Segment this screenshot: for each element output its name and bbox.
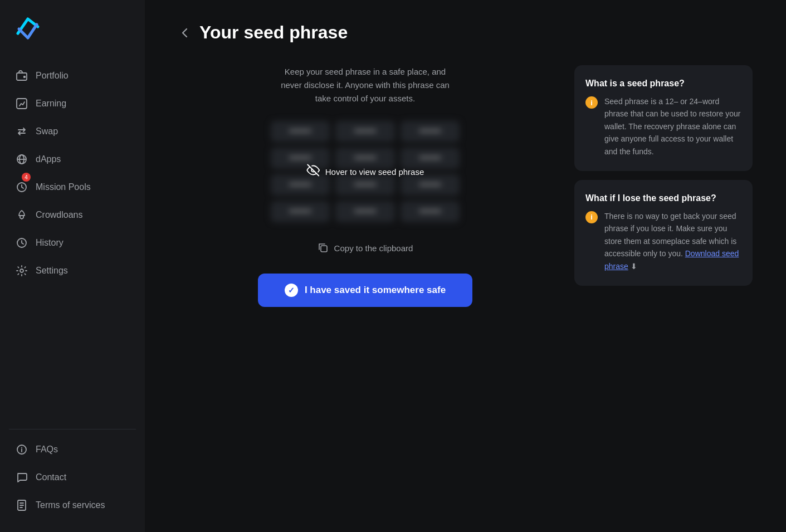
back-button[interactable] xyxy=(178,26,192,40)
confirm-label: I have saved it somewhere safe xyxy=(305,285,446,296)
copy-label: Copy to the clipboard xyxy=(334,243,413,253)
left-panel: Keep your seed phrase in a safe place, a… xyxy=(178,65,552,307)
earning-icon xyxy=(16,97,28,110)
sidebar-item-settings-label: Settings xyxy=(36,266,68,276)
copy-clipboard-button[interactable]: Copy to the clipboard xyxy=(309,238,422,258)
sidebar-item-history[interactable]: History xyxy=(7,230,138,256)
sidebar-item-mission-label: Mission Pools xyxy=(36,182,91,192)
sidebar-item-terms[interactable]: Terms of services xyxy=(7,492,138,519)
info-card-what-is-title: What is a seed phrase? xyxy=(585,79,741,89)
info-card-lose-title: What if I lose the seed phrase? xyxy=(585,193,741,203)
hover-label: Hover to view seed phrase xyxy=(325,167,424,177)
app-logo-icon xyxy=(13,13,42,42)
svg-point-10 xyxy=(21,447,22,448)
sidebar-item-terms-label: Terms of services xyxy=(36,500,105,510)
mission-icon: 4 xyxy=(16,181,28,193)
seed-word-3: •••••••• xyxy=(401,121,460,142)
page-header: Your seed phrase xyxy=(178,22,753,43)
sidebar-item-swap-label: Swap xyxy=(36,126,58,136)
svg-point-8 xyxy=(20,269,23,272)
chat-icon xyxy=(16,471,28,484)
globe-icon xyxy=(16,153,28,165)
mission-badge: 4 xyxy=(22,173,31,182)
sidebar-item-faqs[interactable]: FAQs xyxy=(7,436,138,463)
rocket-icon xyxy=(16,209,28,221)
info-circle-icon-1: i xyxy=(585,96,598,109)
confirm-saved-button[interactable]: ✓ I have saved it somewhere safe xyxy=(258,274,472,307)
seed-word-12: •••••••• xyxy=(401,201,460,222)
sidebar-item-dapps[interactable]: dApps xyxy=(7,146,138,173)
intro-text: Keep your seed phrase in a safe place, a… xyxy=(276,65,455,105)
copy-icon xyxy=(318,242,329,253)
sidebar-item-contact[interactable]: Contact xyxy=(7,464,138,491)
sidebar-item-portfolio[interactable]: Portfolio xyxy=(7,62,138,89)
info-card-what-is: What is a seed phrase? i Seed phrase is … xyxy=(574,65,753,171)
main-content: Your seed phrase Keep your seed phrase i… xyxy=(145,0,786,532)
info-card-what-is-body: i Seed phrase is a 12– or 24–word phrase… xyxy=(585,95,741,158)
gear-icon xyxy=(16,265,28,277)
svg-rect-1 xyxy=(23,76,26,78)
seed-phrase-grid-container[interactable]: •••••••• •••••••• •••••••• •••••••• ••••… xyxy=(271,121,460,222)
sidebar-logo xyxy=(0,13,145,62)
info-card-what-is-text: Seed phrase is a 12– or 24–word phrase t… xyxy=(604,95,741,158)
sidebar-item-crowdloans-label: Crowdloans xyxy=(36,210,82,220)
sidebar-item-history-label: History xyxy=(36,238,64,248)
sidebar-nav: Portfolio Earning Swap dApps xyxy=(0,62,145,422)
info-circle-icon-2: i xyxy=(585,211,598,223)
hover-overlay[interactable]: Hover to view seed phrase xyxy=(306,164,424,180)
sidebar: Portfolio Earning Swap dApps xyxy=(0,0,145,532)
sidebar-item-settings[interactable]: Settings xyxy=(7,257,138,284)
swap-icon xyxy=(16,125,28,138)
sidebar-item-crowdloans[interactable]: Crowdloans xyxy=(7,202,138,228)
seed-word-10: •••••••• xyxy=(271,201,330,222)
sidebar-bottom: FAQs Contact Terms of services xyxy=(0,436,145,532)
sidebar-divider xyxy=(9,429,136,429)
page-title: Your seed phrase xyxy=(199,22,348,43)
info-card-lose-text: There is no way to get back your seed ph… xyxy=(604,210,741,272)
sidebar-item-portfolio-label: Portfolio xyxy=(36,71,69,81)
right-panel: What is a seed phrase? i Seed phrase is … xyxy=(574,65,753,286)
download-icon: ⬇ xyxy=(631,262,637,271)
sidebar-item-earning[interactable]: Earning xyxy=(7,90,138,117)
sidebar-item-earning-label: Earning xyxy=(36,99,66,109)
content-area: Keep your seed phrase in a safe place, a… xyxy=(178,65,753,307)
info-card-lose: What if I lose the seed phrase? i There … xyxy=(574,180,753,286)
clock-icon xyxy=(16,237,28,249)
sidebar-item-dapps-label: dApps xyxy=(36,154,61,164)
seed-word-1: •••••••• xyxy=(271,121,330,142)
seed-word-2: •••••••• xyxy=(335,121,395,142)
svg-rect-13 xyxy=(321,246,327,252)
sidebar-item-faqs-label: FAQs xyxy=(36,445,58,455)
svg-line-12 xyxy=(307,165,319,176)
info-icon xyxy=(16,443,28,456)
info-card-lose-body: i There is no way to get back your seed … xyxy=(585,210,741,272)
wallet-icon xyxy=(16,70,28,82)
eye-off-icon xyxy=(306,164,320,180)
sidebar-item-swap[interactable]: Swap xyxy=(7,118,138,145)
sidebar-item-mission-pools[interactable]: 4 Mission Pools xyxy=(7,174,138,201)
sidebar-item-contact-label: Contact xyxy=(36,472,66,482)
check-circle-icon: ✓ xyxy=(285,284,298,297)
seed-word-11: •••••••• xyxy=(335,201,395,222)
doc-icon xyxy=(16,499,28,511)
